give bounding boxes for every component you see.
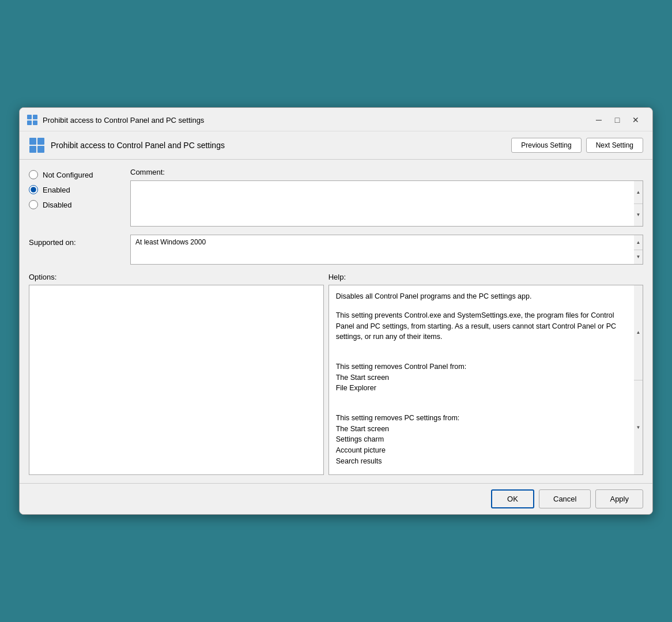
title-bar: Prohibit access to Control Panel and PC …: [20, 108, 652, 131]
supported-value: At least Windows 2000: [130, 235, 634, 265]
supported-value-col: At least Windows 2000 ▲ ▼: [130, 235, 643, 265]
help-scroll-down[interactable]: ▼: [634, 380, 643, 475]
title-bar-left: Prohibit access to Control Panel and PC …: [27, 114, 204, 126]
title-controls: ─ □ ✕: [590, 114, 644, 126]
close-button[interactable]: ✕: [627, 114, 644, 126]
supported-scroll-up[interactable]: ▲: [634, 235, 643, 250]
radio-group: Not Configured Enabled Disabled: [29, 168, 121, 227]
header-buttons: Previous Setting Next Setting: [511, 138, 643, 153]
options-panel: [29, 285, 324, 475]
help-paragraph-4: This setting removes PC settings from: T…: [336, 402, 627, 467]
disabled-label: Disabled: [43, 201, 72, 209]
options-section-title: Options:: [29, 273, 324, 281]
enabled-option[interactable]: Enabled: [29, 185, 121, 194]
help-panel-wrapper: Disables all Control Panel programs and …: [329, 285, 643, 475]
dialog-header-title: Prohibit access to Control Panel and PC …: [51, 141, 225, 150]
disabled-option[interactable]: Disabled: [29, 200, 121, 209]
comment-textarea[interactable]: [130, 180, 634, 227]
dialog-header-left: Prohibit access to Control Panel and PC …: [29, 137, 225, 153]
comment-scroll-up[interactable]: ▲: [634, 181, 643, 204]
dialog-footer: OK Cancel Apply: [20, 483, 652, 514]
enabled-radio[interactable]: [29, 185, 38, 194]
apply-button[interactable]: Apply: [595, 489, 643, 508]
not-configured-radio[interactable]: [29, 170, 38, 179]
supported-section: Supported on: At least Windows 2000 ▲ ▼: [29, 235, 643, 265]
comment-scroll-arrows: ▲ ▼: [634, 180, 643, 227]
dialog-body: Not Configured Enabled Disabled Comment:…: [20, 160, 652, 483]
help-scroll-up[interactable]: ▲: [634, 285, 643, 380]
svg-rect-7: [37, 146, 44, 153]
supported-scroll-arrows: ▲ ▼: [634, 235, 643, 265]
minimize-button[interactable]: ─: [590, 114, 607, 126]
svg-rect-4: [29, 138, 36, 145]
enabled-label: Enabled: [43, 186, 70, 194]
disabled-radio[interactable]: [29, 200, 38, 209]
help-paragraph-1: Disables all Control Panel programs and …: [336, 291, 627, 302]
dialog-header: Prohibit access to Control Panel and PC …: [20, 131, 652, 160]
svg-rect-6: [29, 146, 36, 153]
svg-rect-1: [33, 115, 37, 119]
help-section-title: Help:: [329, 273, 643, 281]
comment-label: Comment:: [130, 168, 643, 176]
panels-row: Disables all Control Panel programs and …: [29, 285, 643, 475]
dialog-icon: [29, 137, 45, 153]
supported-field-wrapper: At least Windows 2000 ▲ ▼: [130, 235, 643, 265]
previous-setting-button[interactable]: Previous Setting: [511, 138, 581, 153]
svg-rect-2: [27, 120, 32, 125]
window-icon: [27, 114, 38, 126]
help-paragraph-5: If users try to select a Control Panel i…: [336, 475, 627, 476]
help-paragraph-3: This setting removes Control Panel from:…: [336, 350, 627, 394]
help-panel[interactable]: Disables all Control Panel programs and …: [329, 285, 634, 475]
help-scroll-arrows: ▲ ▼: [634, 285, 643, 475]
svg-rect-3: [33, 120, 37, 125]
sections-row: Options: Help:: [29, 273, 643, 281]
not-configured-option[interactable]: Not Configured: [29, 170, 121, 179]
comment-scroll-down[interactable]: ▼: [634, 204, 643, 227]
not-configured-label: Not Configured: [43, 171, 93, 179]
supported-label-col: Supported on:: [29, 235, 121, 265]
maximize-button[interactable]: □: [609, 114, 626, 126]
comment-section: Comment: ▲ ▼: [130, 168, 643, 227]
help-paragraph-2: This setting prevents Control.exe and Sy…: [336, 310, 627, 342]
svg-rect-0: [27, 115, 32, 119]
supported-label: Supported on:: [29, 238, 76, 247]
main-window: Prohibit access to Control Panel and PC …: [19, 107, 653, 515]
supported-scroll-down[interactable]: ▼: [634, 250, 643, 265]
cancel-button[interactable]: Cancel: [539, 489, 591, 508]
svg-rect-5: [37, 138, 44, 145]
window-title: Prohibit access to Control Panel and PC …: [43, 116, 204, 125]
top-section: Not Configured Enabled Disabled Comment:…: [29, 168, 643, 227]
ok-button[interactable]: OK: [491, 489, 534, 508]
comment-field-wrapper: ▲ ▼: [130, 180, 643, 227]
next-setting-button[interactable]: Next Setting: [586, 138, 643, 153]
